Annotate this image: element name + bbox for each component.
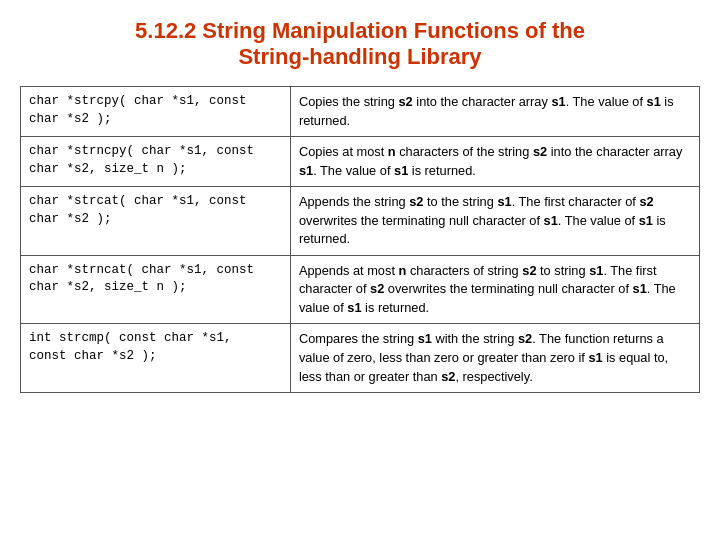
desc-cell: Copies at most n characters of the strin… — [290, 137, 699, 187]
desc-cell: Compares the string s1 with the string s… — [290, 324, 699, 393]
page-title: 5.12.2 String Manipulation Functions of … — [135, 18, 585, 70]
code-cell: char *strcat( char *s1, const char *s2 )… — [21, 187, 291, 256]
functions-table: char *strcpy( char *s1, const char *s2 )… — [20, 86, 700, 393]
table-row: char *strncat( char *s1, const char *s2,… — [21, 255, 700, 324]
bold-term: s2 — [522, 263, 536, 278]
bold-term: s1 — [394, 163, 408, 178]
bold-term: s1 — [589, 263, 603, 278]
bold-term: s2 — [518, 331, 532, 346]
bold-term: s1 — [551, 94, 565, 109]
table-row: char *strncpy( char *s1, const char *s2,… — [21, 137, 700, 187]
title-line2: String-handling Library — [135, 44, 585, 70]
desc-cell: Appends the string s2 to the string s1. … — [290, 187, 699, 256]
bold-term: s1 — [347, 300, 361, 315]
bold-term: s1 — [544, 213, 558, 228]
bold-term: n — [388, 144, 396, 159]
bold-term: s1 — [639, 213, 653, 228]
code-cell: char *strncat( char *s1, const char *s2,… — [21, 255, 291, 324]
bold-term: s1 — [299, 163, 313, 178]
bold-term: s1 — [497, 194, 511, 209]
page: 5.12.2 String Manipulation Functions of … — [0, 0, 720, 540]
bold-term: s2 — [639, 194, 653, 209]
code-cell: char *strcpy( char *s1, const char *s2 )… — [21, 87, 291, 137]
bold-term: s1 — [418, 331, 432, 346]
bold-term: n — [399, 263, 407, 278]
table-row: int strcmp( const char *s1, const char *… — [21, 324, 700, 393]
table-row: char *strcpy( char *s1, const char *s2 )… — [21, 87, 700, 137]
bold-term: s2 — [370, 281, 384, 296]
code-cell: int strcmp( const char *s1, const char *… — [21, 324, 291, 393]
bold-term: s1 — [633, 281, 647, 296]
bold-term: s2 — [441, 369, 455, 384]
bold-term: s1 — [647, 94, 661, 109]
desc-cell: Copies the string s2 into the character … — [290, 87, 699, 137]
bold-term: s2 — [409, 194, 423, 209]
table-row: char *strcat( char *s1, const char *s2 )… — [21, 187, 700, 256]
code-cell: char *strncpy( char *s1, const char *s2,… — [21, 137, 291, 187]
bold-term: s2 — [399, 94, 413, 109]
bold-term: s2 — [533, 144, 547, 159]
desc-cell: Appends at most n characters of string s… — [290, 255, 699, 324]
title-line1: 5.12.2 String Manipulation Functions of … — [135, 18, 585, 44]
bold-term: s1 — [588, 350, 602, 365]
